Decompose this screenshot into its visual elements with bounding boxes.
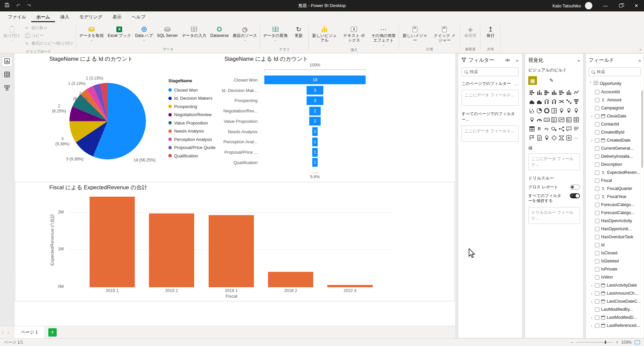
values-dropzone[interactable]: ここにデータ フィールド... [528,153,580,170]
get-more-visuals-icon[interactable] [565,134,572,141]
minimize-button[interactable]: — [598,0,613,11]
chevron-down-icon[interactable]: › [589,82,592,85]
gauge-icon[interactable] [536,116,543,123]
multi-row-card-icon[interactable] [550,116,557,123]
matrix-icon[interactable] [528,125,535,132]
r-script-visual-icon[interactable]: R [536,125,543,132]
page-filters-dropzone[interactable]: ここにデータ フィールド... [462,90,519,106]
funnel-bar-proposal-price[interactable]: 1 [312,148,318,157]
field-checkbox[interactable] [595,283,599,288]
collapse-filters-icon[interactable]: » [516,58,519,63]
column-bar-2015-2[interactable] [149,213,194,287]
field-row-forecastcatego[interactable]: ForecastCatego... [589,201,641,209]
next-page-arrow-icon[interactable]: › [6,330,11,335]
build-visual-mode-button[interactable]: ▦ [528,76,537,85]
ribbon-chart-icon[interactable] [558,98,565,105]
stacked-bar-chart-icon[interactable] [528,89,535,96]
paginated-report-icon[interactable] [536,134,543,141]
data-view-button[interactable] [2,70,12,80]
column-bar-2018-2[interactable] [268,272,313,287]
field-checkbox[interactable] [595,122,599,127]
field-checkbox[interactable] [595,138,599,143]
line-and-stacked-column-chart-icon[interactable] [543,98,550,105]
more-options-icon[interactable]: … [515,82,519,86]
scatter-chart-icon[interactable] [528,107,535,114]
chevron-right-icon[interactable]: › [590,299,593,303]
field-checkbox[interactable] [595,259,599,263]
zoom-out-icon[interactable]: − [571,340,573,345]
python-visual-icon[interactable]: Py [543,125,550,132]
item-button[interactable]: データの入力 [180,23,208,46]
field-checkbox[interactable] [595,291,599,296]
menu-tab-item[interactable]: 表示 [108,11,127,22]
field-checkbox[interactable] [595,275,599,280]
field-row-closedate[interactable]: ›CloseDate [589,112,641,120]
field-row-isprivate[interactable]: IsPrivate [589,265,641,273]
prev-page-arrow-icon[interactable]: ‹ [0,330,6,335]
field-checkbox[interactable] [595,299,599,304]
field-row-lastclosedatec[interactable]: ›LastCloseDateC... [589,297,641,305]
collapse-ribbon-icon[interactable]: ^ [640,48,641,52]
model-view-button[interactable] [2,84,12,94]
field-checkbox[interactable] [595,227,599,231]
arcgis-map-icon[interactable] [543,134,550,141]
funnel-bar-prospecting[interactable]: 3 [307,96,323,105]
signed-in-user[interactable]: Kato Tatsuhiko [552,3,581,8]
field-row-hasopenactivity[interactable]: HasOpenActivity [589,217,641,225]
table-node-opportunity[interactable]: › Opportunity [589,81,641,86]
field-row-forecastcatego[interactable]: ForecastCatego... [589,209,641,217]
field-checkbox[interactable] [595,315,599,320]
item-button[interactable]: ↥発行 [481,23,499,46]
menu-tab-item[interactable]: 挿入 [55,11,74,22]
field-checkbox[interactable] [595,146,599,151]
column-bar-2015-1[interactable] [90,197,135,287]
stacked-area-chart-icon[interactable] [536,98,543,105]
report-canvas[interactable]: StageName による Id のカウント 1 (3.13%)1 (3.13%… [14,53,455,326]
collapse-fields-icon[interactable]: » [638,58,641,63]
fit-to-page-icon[interactable] [635,340,640,344]
funnel-bar-perception-anal[interactable]: 1 [312,138,318,146]
field-row-isclosed[interactable]: IsClosed [589,249,641,257]
slicer-icon[interactable] [565,116,572,123]
funnel-bar-qualification[interactable]: 1 [312,158,318,167]
item-button[interactable]: クイック メジャー [430,23,459,46]
item-button[interactable]: ✂切り取り [23,25,75,31]
field-checkbox[interactable] [595,243,599,247]
page-tab-1[interactable]: ページ 1 [14,326,45,338]
field-checkbox[interactable] [595,203,599,207]
close-button[interactable]: ✕ [629,0,644,11]
clustered-bar-chart-icon[interactable] [543,89,550,96]
item-button[interactable]: データを取得⌄ [77,23,106,46]
menu-tab-item[interactable]: モデリング [74,11,107,22]
item-button[interactable]: 貼り付け⌄ [2,23,22,49]
chevron-right-icon[interactable]: › [590,138,593,142]
clustered-column-chart-icon[interactable] [550,89,557,96]
chevron-right-icon[interactable]: › [590,324,593,328]
field-row-expectedreven[interactable]: ΣExpectedReven... [589,168,641,177]
line-and-clustered-column-chart-icon[interactable] [550,98,557,105]
smart-narrative-icon[interactable] [573,125,580,132]
keep-all-filters-toggle[interactable] [570,193,580,198]
decomposition-tree-icon[interactable] [558,125,565,132]
field-checkbox[interactable] [595,195,599,199]
field-row-campaignid[interactable]: CampaignId [589,104,641,112]
map-icon[interactable] [558,107,565,114]
all-pages-filters-dropzone[interactable]: ここにデータ フィールド... [462,126,519,142]
field-row-isdeleted[interactable]: IsDeleted [589,257,641,265]
funnel-bar-value-proposition[interactable]: 2 [309,117,321,126]
chevron-right-icon[interactable]: › [590,283,593,287]
field-checkbox[interactable] [595,267,599,271]
chevron-right-icon[interactable]: › [590,315,593,319]
field-row-fiscalyear[interactable]: ΣFiscalYear [589,193,641,201]
format-visual-mode-button[interactable]: ✎ [547,76,556,85]
field-row-lastreferenced[interactable]: ›LastReferenced... [589,322,641,330]
donut-chart-icon[interactable] [543,107,550,114]
field-row-createdbyid[interactable]: CreatedById [589,128,641,136]
menu-tab-item[interactable]: ファイル [3,11,31,22]
collapse-visualizations-icon[interactable]: » [577,58,580,63]
shape-map-icon[interactable] [573,107,580,114]
field-checkbox[interactable] [595,251,599,255]
field-row-hasopportunit[interactable]: HasOpportunit... [589,225,641,233]
field-row-fiscal[interactable]: Fiscal [589,177,641,185]
zoom-slider[interactable] [576,342,613,343]
